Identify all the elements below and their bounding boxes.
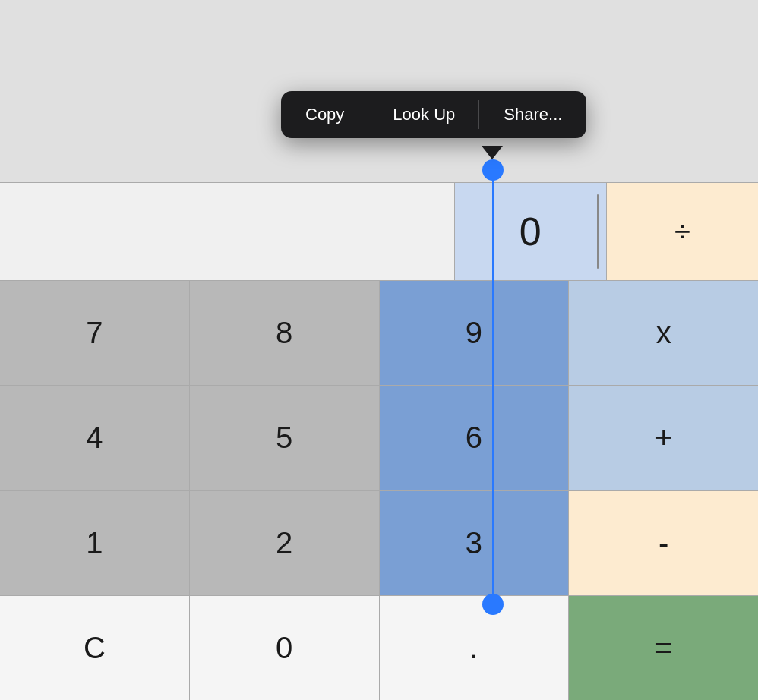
- button-5[interactable]: 5: [190, 386, 380, 490]
- button-multiply[interactable]: x: [569, 281, 758, 385]
- context-menu: Copy Look Up Share...: [281, 91, 586, 138]
- button-7[interactable]: 7: [0, 281, 190, 385]
- button-2[interactable]: 2: [190, 491, 380, 595]
- button-9[interactable]: 9: [380, 281, 570, 385]
- display-operator: ÷: [607, 183, 758, 280]
- button-0[interactable]: 0: [190, 596, 380, 700]
- display-value: 0: [454, 183, 607, 280]
- button-clear[interactable]: C: [0, 596, 190, 700]
- button-row-1: 7 8 9 x: [0, 281, 758, 386]
- button-1[interactable]: 1: [0, 491, 190, 595]
- button-row-3: 1 2 3 -: [0, 491, 758, 596]
- button-4[interactable]: 4: [0, 386, 190, 490]
- calculator: 0 ÷ 7 8 9 x 4 5 6 +: [0, 182, 758, 700]
- selection-handle-bottom[interactable]: [482, 594, 504, 615]
- button-decimal[interactable]: .: [380, 596, 570, 700]
- button-add[interactable]: +: [569, 386, 758, 490]
- context-menu-arrow: [482, 146, 503, 159]
- context-menu-lookup[interactable]: Look Up: [368, 91, 479, 138]
- context-menu-share[interactable]: Share...: [479, 91, 586, 138]
- button-row-2: 4 5 6 +: [0, 386, 758, 490]
- selection-line: [492, 163, 494, 604]
- display-spacer: [0, 183, 454, 280]
- selection-handle-top[interactable]: [482, 159, 504, 181]
- display-row: 0 ÷: [0, 182, 758, 281]
- button-8[interactable]: 8: [190, 281, 380, 385]
- button-equals[interactable]: =: [569, 596, 758, 700]
- button-6[interactable]: 6: [380, 386, 570, 490]
- button-row-4: C 0 . =: [0, 596, 758, 700]
- button-subtract[interactable]: -: [569, 491, 758, 595]
- context-menu-copy[interactable]: Copy: [281, 91, 368, 138]
- button-3[interactable]: 3: [380, 491, 570, 595]
